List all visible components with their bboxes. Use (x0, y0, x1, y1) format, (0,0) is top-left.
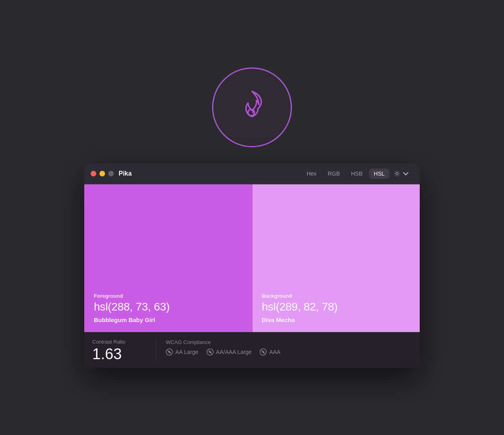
tab-hsl[interactable]: HSL (369, 168, 389, 179)
background-label: Background (262, 293, 411, 299)
wcag-aa-aaa-large-label: AA/AAA Large (216, 349, 252, 355)
minimize-button[interactable] (99, 171, 105, 176)
foreground-label: Foreground (94, 293, 242, 299)
background-value: hsl(289, 82, 78) (262, 301, 411, 313)
contrast-label: Contrast Ratio (92, 339, 146, 345)
chevron-down-icon (402, 170, 409, 177)
foreground-panel[interactable]: Foreground hsl(288, 73, 63) Bubblegum Ba… (84, 184, 252, 332)
fail-icon-aaa (260, 348, 267, 356)
app-window: Pika Hex RGB HSB HSL Foreground hsl(288,… (84, 163, 420, 368)
wcag-items: AA Large AA/AAA Large (166, 348, 412, 356)
background-panel[interactable]: Background hsl(289, 82, 78) Diva Mecha (252, 184, 420, 332)
bottom-bar: Contrast Ratio 1.63 WCAG Compliance AA L… (84, 332, 420, 368)
wcag-aaa-label: AAA (269, 349, 280, 355)
wcag-item-aa-aaa-large: AA/AAA Large (206, 348, 252, 356)
contrast-value: 1.63 (92, 346, 146, 362)
background-name: Diva Mecha (262, 316, 411, 323)
traffic-lights (91, 171, 114, 176)
tab-hsb[interactable]: HSB (346, 168, 367, 179)
wcag-aa-large-label: AA Large (175, 349, 198, 355)
titlebar: Pika Hex RGB HSB HSL (84, 163, 420, 184)
color-panels: Foreground hsl(288, 73, 63) Bubblegum Ba… (84, 184, 420, 332)
wcag-item-aa-large: AA Large (166, 348, 198, 356)
contrast-section: Contrast Ratio 1.63 (92, 339, 156, 362)
settings-button[interactable] (389, 168, 413, 179)
close-button[interactable] (91, 171, 96, 176)
fail-icon-aa-aaa-large (206, 348, 214, 356)
format-tabs: Hex RGB HSB HSL (302, 168, 389, 179)
maximize-button[interactable] (108, 171, 114, 176)
tab-rgb[interactable]: RGB (323, 168, 345, 179)
fail-icon-aa-large (166, 348, 173, 356)
foreground-value: hsl(288, 73, 63) (94, 301, 242, 313)
wcag-label: WCAG Compliance (166, 339, 412, 345)
window-title: Pika (114, 170, 302, 177)
foreground-name: Bubblegum Baby Girl (94, 316, 242, 323)
wcag-item-aaa: AAA (260, 348, 280, 356)
wcag-section: WCAG Compliance AA Large (166, 339, 412, 356)
app-icon (212, 67, 292, 147)
svg-point-1 (396, 172, 398, 174)
tab-hex[interactable]: Hex (302, 168, 321, 179)
flame-icon (230, 85, 274, 129)
gear-icon (393, 170, 401, 177)
